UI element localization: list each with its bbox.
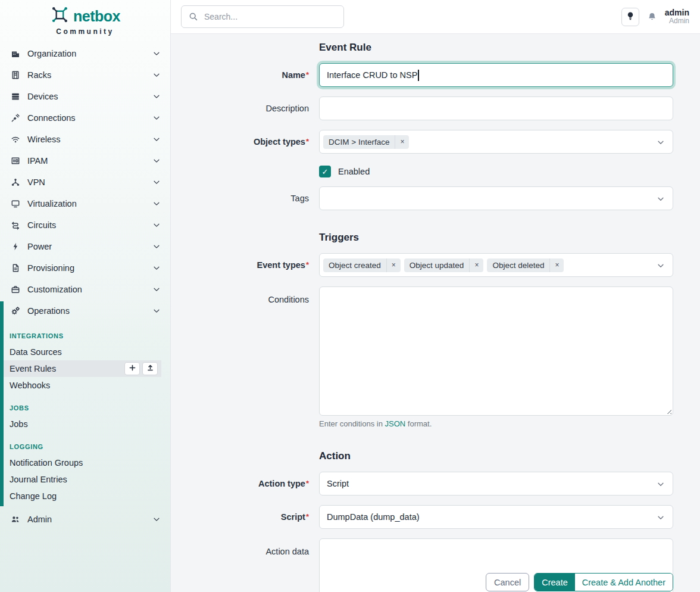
conditions-row: Conditions (171, 286, 700, 416)
sidebar-item-connections[interactable]: Connections (0, 107, 170, 129)
form-actions: Cancel Create Create & Add Another (486, 573, 673, 591)
sidebar-item-power[interactable]: Power (0, 236, 170, 257)
event-types-select[interactable]: Object created Object updated Object del… (319, 253, 673, 277)
user-menu[interactable]: admin Admin (665, 8, 689, 26)
chevron-down-icon (152, 515, 161, 524)
enabled-checkbox[interactable] (319, 166, 331, 177)
search-icon (189, 12, 198, 24)
json-format-link[interactable]: JSON (385, 419, 406, 428)
sidebar-item-webhooks[interactable]: Webhooks (0, 377, 170, 394)
chevron-down-icon (152, 200, 161, 208)
form-title: Event Rule (319, 42, 700, 54)
sidebar-item-ipam[interactable]: IPAM (0, 150, 170, 172)
description-label: Description (171, 96, 309, 114)
remove-chip-icon[interactable] (469, 258, 483, 272)
theme-toggle-button[interactable] (621, 8, 639, 26)
name-input[interactable]: Interface CRUD to NSP (319, 63, 673, 87)
connections-icon (10, 113, 20, 123)
create-button[interactable]: Create (535, 574, 575, 591)
user-role: Admin (665, 17, 689, 26)
resize-grip[interactable] (665, 407, 671, 414)
sidebar-item-jobs[interactable]: Jobs (0, 416, 170, 432)
sidebar-item-vpn[interactable]: VPN (0, 172, 170, 193)
name-row: Name Interface CRUD to NSP (171, 63, 700, 87)
event-types-label: Event types (171, 253, 309, 271)
add-button[interactable] (124, 362, 140, 375)
chevron-down-icon (657, 480, 665, 490)
topbar: admin Admin (171, 0, 700, 34)
power-icon (10, 242, 20, 251)
section-heading-integrations: INTEGRATIONS (0, 331, 170, 341)
organization-icon (10, 49, 20, 58)
remove-chip-icon[interactable] (395, 135, 409, 149)
script-select[interactable]: DumpData (dump_data) (319, 505, 673, 529)
object-types-select[interactable]: DCIM > Interface (319, 130, 673, 154)
user-name: admin (665, 8, 689, 17)
sidebar-item-journal-entries[interactable]: Journal Entries (0, 471, 170, 488)
object-type-chip: DCIM > Interface (323, 135, 409, 149)
event-types-row: Event types Object created Object update… (171, 253, 700, 277)
event-type-chip: Object created (323, 258, 401, 272)
enabled-label: Enabled (338, 167, 370, 176)
remove-chip-icon[interactable] (549, 258, 564, 272)
description-input[interactable] (319, 96, 673, 120)
event-type-chip: Object deleted (487, 258, 564, 272)
chevron-down-icon (657, 513, 665, 524)
chevron-down-icon (152, 157, 161, 165)
tags-row: Tags (171, 186, 700, 210)
ipam-icon (10, 156, 20, 166)
sidebar-item-operations[interactable]: Operations (0, 300, 170, 322)
chevron-down-icon (152, 307, 161, 315)
cancel-button[interactable]: Cancel (486, 573, 529, 591)
sidebar-item-racks[interactable]: Racks (0, 64, 170, 86)
chevron-down-icon (152, 242, 161, 251)
admin-icon (10, 515, 20, 524)
action-type-select[interactable]: Script (319, 472, 673, 496)
operations-icon (10, 306, 20, 316)
conditions-label: Conditions (171, 286, 309, 306)
sidebar-item-provisioning[interactable]: Provisioning (0, 257, 170, 279)
notifications-bell-icon[interactable] (647, 12, 657, 22)
lightbulb-icon (626, 11, 635, 23)
conditions-textarea[interactable] (319, 286, 673, 416)
sidebar-item-devices[interactable]: Devices (0, 86, 170, 107)
sidebar-item-notification-groups[interactable]: Notification Groups (0, 454, 170, 471)
action-title: Action (319, 450, 700, 462)
sidebar-item-circuits[interactable]: Circuits (0, 214, 170, 236)
brand-name: netbox (73, 8, 120, 25)
chevron-down-icon (657, 138, 665, 148)
upload-icon (146, 364, 154, 373)
conditions-help-row: Enter conditions in JSON format. (171, 419, 700, 428)
plus-icon (129, 364, 136, 373)
active-section-stripe (0, 301, 4, 506)
sidebar-item-event-rules[interactable]: Event Rules (0, 360, 161, 377)
remove-chip-icon[interactable] (386, 258, 401, 272)
sidebar-item-virtualization[interactable]: Virtualization (0, 193, 170, 214)
sidebar-item-admin[interactable]: Admin (0, 509, 170, 530)
devices-icon (10, 92, 20, 101)
chevron-down-icon (657, 195, 665, 205)
tags-label: Tags (171, 186, 309, 204)
chevron-down-icon (152, 264, 161, 272)
tags-select[interactable] (319, 186, 673, 210)
create-add-another-button[interactable]: Create & Add Another (575, 574, 673, 591)
racks-icon (10, 70, 20, 80)
brand[interactable]: netbox Community (0, 0, 170, 36)
main-content: Event Rule Name Interface CRUD to NSP De… (171, 34, 700, 592)
chevron-down-icon (152, 285, 161, 294)
sidebar-item-data-sources[interactable]: Data Sources (0, 344, 170, 360)
import-button[interactable] (142, 362, 158, 375)
circuits-icon (10, 220, 20, 230)
provisioning-icon (10, 263, 20, 273)
sidebar: netbox Community Organization Racks Devi… (0, 0, 171, 592)
sidebar-item-change-log[interactable]: Change Log (0, 488, 170, 504)
chevron-down-icon (152, 114, 161, 122)
sidebar-item-wireless[interactable]: Wireless (0, 129, 170, 150)
sidebar-item-organization[interactable]: Organization (0, 43, 170, 64)
chevron-down-icon (152, 221, 161, 229)
search-input[interactable] (181, 5, 344, 28)
sidebar-item-customization[interactable]: Customization (0, 279, 170, 300)
section-heading-logging: LOGGING (0, 441, 170, 452)
event-type-chip: Object updated (404, 258, 484, 272)
enabled-row: Enabled (171, 163, 700, 177)
